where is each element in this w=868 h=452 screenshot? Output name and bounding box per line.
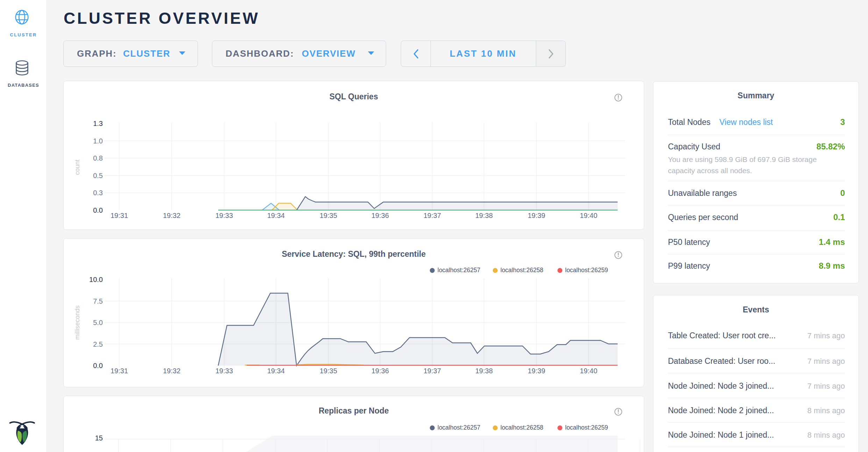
svg-text:0.5: 0.5	[93, 172, 103, 179]
svg-text:19:39: 19:39	[528, 212, 545, 219]
svg-text:19:37: 19:37	[424, 212, 441, 219]
svg-text:7.5: 7.5	[93, 297, 103, 305]
svg-text:0.3: 0.3	[93, 189, 103, 197]
svg-text:milliseconds: milliseconds	[74, 305, 81, 340]
svg-text:19:31: 19:31	[111, 212, 128, 219]
svg-text:0.0: 0.0	[93, 206, 103, 214]
svg-text:19:38: 19:38	[475, 367, 493, 375]
svg-text:19:35: 19:35	[320, 367, 337, 375]
svg-text:15: 15	[95, 434, 103, 442]
svg-text:19:36: 19:36	[371, 367, 389, 375]
svg-text:19:32: 19:32	[163, 367, 180, 375]
svg-text:19:36: 19:36	[371, 212, 389, 219]
svg-text:2.5: 2.5	[93, 340, 103, 348]
svg-text:19:33: 19:33	[215, 367, 233, 375]
svg-text:19:37: 19:37	[424, 367, 441, 375]
svg-text:19:39: 19:39	[528, 367, 545, 375]
svg-text:19:40: 19:40	[580, 367, 597, 375]
svg-text:0.8: 0.8	[93, 154, 103, 162]
svg-text:19:34: 19:34	[267, 212, 285, 219]
svg-text:count: count	[74, 160, 81, 175]
svg-text:19:32: 19:32	[163, 212, 180, 219]
svg-text:19:33: 19:33	[215, 212, 233, 219]
svg-text:1.3: 1.3	[93, 120, 103, 127]
svg-text:10.0: 10.0	[89, 276, 103, 283]
svg-text:5.0: 5.0	[93, 319, 103, 326]
svg-text:19:31: 19:31	[111, 367, 128, 375]
svg-text:19:38: 19:38	[475, 212, 493, 219]
svg-text:19:34: 19:34	[267, 367, 285, 375]
svg-text:19:35: 19:35	[320, 212, 337, 219]
svg-text:0.0: 0.0	[93, 362, 103, 369]
svg-text:19:40: 19:40	[580, 212, 597, 219]
svg-text:1.0: 1.0	[93, 137, 103, 145]
